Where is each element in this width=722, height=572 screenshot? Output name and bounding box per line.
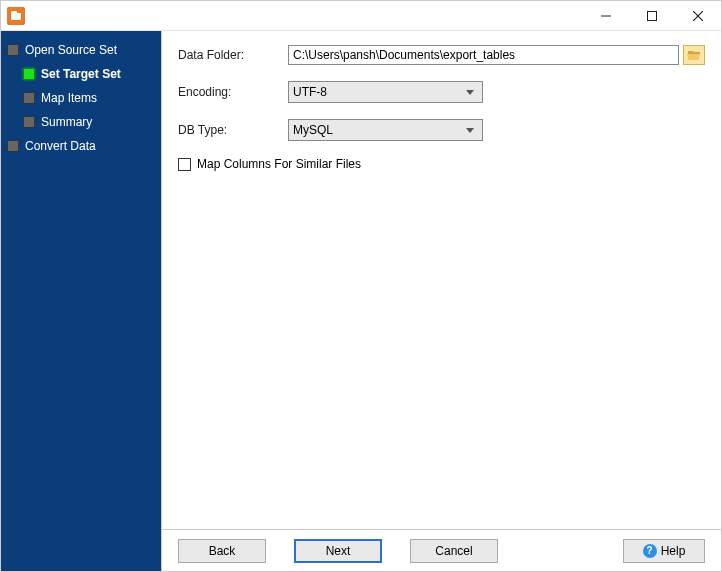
step-label: Map Items <box>41 91 97 105</box>
step-map-items[interactable]: Map Items <box>21 87 157 109</box>
step-summary[interactable]: Summary <box>21 111 157 133</box>
help-label: Help <box>661 544 686 558</box>
encoding-row: Encoding: UTF-8 <box>178 81 705 103</box>
minimize-button[interactable] <box>583 1 629 31</box>
content-panel: Data Folder: Encoding: UTF-8 <box>161 31 721 571</box>
svg-rect-3 <box>648 11 657 20</box>
dbtype-label: DB Type: <box>178 123 288 137</box>
wizard-steps-sidebar: Open Source Set Set Target Set Map Items… <box>1 31 161 571</box>
chevron-down-icon <box>462 128 478 133</box>
map-columns-row: Map Columns For Similar Files <box>178 157 705 171</box>
dbtype-value: MySQL <box>293 123 462 137</box>
svg-rect-0 <box>11 13 21 20</box>
next-button[interactable]: Next <box>294 539 382 563</box>
step-label: Open Source Set <box>25 43 117 57</box>
folder-open-icon <box>687 49 701 61</box>
chevron-down-icon <box>462 90 478 95</box>
encoding-select[interactable]: UTF-8 <box>288 81 483 103</box>
app-icon <box>7 7 25 25</box>
step-bullet-icon <box>7 140 19 152</box>
step-set-target-set[interactable]: Set Target Set <box>21 63 157 85</box>
button-bar: Back Next Cancel ? Help <box>162 529 721 571</box>
dbtype-select[interactable]: MySQL <box>288 119 483 141</box>
map-columns-label[interactable]: Map Columns For Similar Files <box>197 157 361 171</box>
help-icon: ? <box>643 544 657 558</box>
close-button[interactable] <box>675 1 721 31</box>
step-bullet-icon <box>23 92 35 104</box>
titlebar <box>1 1 721 31</box>
step-bullet-icon <box>23 116 35 128</box>
data-folder-row: Data Folder: <box>178 45 705 65</box>
step-bullet-icon <box>7 44 19 56</box>
help-button[interactable]: ? Help <box>623 539 705 563</box>
encoding-value: UTF-8 <box>293 85 462 99</box>
step-open-source-set[interactable]: Open Source Set <box>5 39 157 61</box>
data-folder-label: Data Folder: <box>178 48 288 62</box>
back-button[interactable]: Back <box>178 539 266 563</box>
map-columns-checkbox[interactable] <box>178 158 191 171</box>
svg-rect-1 <box>11 11 17 14</box>
step-label: Set Target Set <box>41 67 121 81</box>
browse-folder-button[interactable] <box>683 45 705 65</box>
data-folder-input[interactable] <box>288 45 679 65</box>
encoding-label: Encoding: <box>178 85 288 99</box>
dbtype-row: DB Type: MySQL <box>178 119 705 141</box>
main-area: Open Source Set Set Target Set Map Items… <box>1 31 721 571</box>
form-area: Data Folder: Encoding: UTF-8 <box>162 31 721 529</box>
maximize-button[interactable] <box>629 1 675 31</box>
step-convert-data[interactable]: Convert Data <box>5 135 157 157</box>
step-bullet-icon <box>23 68 35 80</box>
cancel-button[interactable]: Cancel <box>410 539 498 563</box>
step-label: Convert Data <box>25 139 96 153</box>
step-label: Summary <box>41 115 92 129</box>
wizard-window: Open Source Set Set Target Set Map Items… <box>0 0 722 572</box>
